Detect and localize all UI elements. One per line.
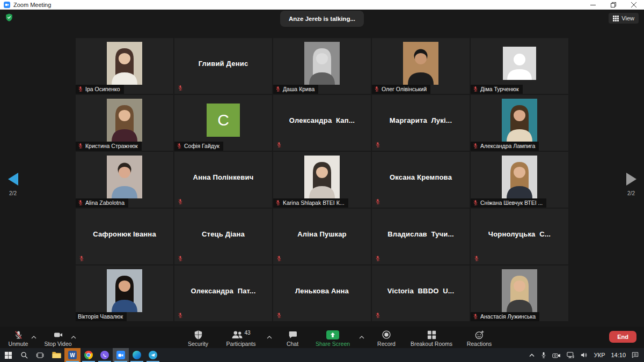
participant-tile[interactable]: Чорнолуцька С...	[471, 209, 568, 264]
participants-options-caret[interactable]	[267, 332, 272, 343]
next-page-arrow-icon[interactable]	[626, 173, 636, 186]
participant-name: Анастасія Лужинська	[480, 313, 536, 320]
participant-tile[interactable]: Александра Лампига	[471, 95, 568, 151]
share-screen-button[interactable]: Share Screen	[313, 329, 353, 347]
end-meeting-button[interactable]: End	[609, 331, 636, 343]
tray-camera-icon[interactable]	[552, 352, 561, 358]
participant-name: Владислав Тучи...	[372, 209, 470, 259]
search-icon	[20, 351, 28, 359]
chrome-app-button[interactable]	[80, 348, 97, 362]
participant-tile[interactable]: CСофія Гайдук	[174, 95, 272, 151]
breakout-rooms-icon	[427, 329, 436, 340]
unmute-button[interactable]: Unmute	[4, 329, 32, 347]
tray-network-icon[interactable]	[567, 352, 575, 358]
participant-tile[interactable]: Діма Турченюк	[471, 38, 568, 94]
participant-tile[interactable]: Гливий Денис	[174, 38, 272, 94]
muted-mic-icon	[79, 255, 84, 262]
task-view-icon	[36, 351, 45, 359]
participant-video	[403, 42, 438, 85]
start-button[interactable]	[0, 348, 16, 362]
tray-speaker-icon[interactable]	[581, 352, 588, 358]
view-button[interactable]: View	[609, 13, 639, 24]
participant-name: Ленькова Анна	[273, 265, 371, 316]
breakout-rooms-button[interactable]: Breakout Rooms	[408, 329, 455, 347]
chat-button[interactable]: Chat	[282, 329, 303, 347]
participant-name: Софія Гайдук	[184, 143, 219, 149]
edge-app-button[interactable]	[129, 348, 145, 362]
stop-video-button[interactable]: Stop Video	[44, 329, 72, 347]
close-button[interactable]	[624, 0, 644, 9]
participant-tile[interactable]: Аліна Пушкар	[273, 209, 371, 264]
participant-tile[interactable]: Маргарита Лукі...	[372, 95, 470, 151]
participant-tile[interactable]: Анастасія Лужинська	[471, 265, 568, 321]
zoom-app-button[interactable]	[113, 348, 129, 362]
letter-avatar: C	[207, 104, 240, 137]
participant-tile[interactable]: Ленькова Анна	[273, 265, 371, 321]
language-indicator[interactable]: УКР	[594, 352, 605, 358]
chrome-icon	[84, 351, 93, 359]
participant-name-label: Вікторія Чавалюк	[76, 312, 127, 321]
participant-tile[interactable]: Вікторія Чавалюк	[76, 265, 173, 321]
participant-tile[interactable]: Стець Діана	[174, 209, 272, 264]
participant-name: Оксана Кремпова	[372, 152, 470, 202]
word-app-button[interactable]: W	[64, 348, 80, 362]
tray-microphone-icon[interactable]	[541, 352, 546, 359]
hidden-icons-chevron[interactable]	[529, 353, 535, 357]
meeting-info-shield-icon[interactable]	[5, 13, 13, 21]
participant-name: Гливий Денис	[174, 38, 272, 88]
action-center-icon[interactable]	[632, 352, 639, 358]
participant-name: Анна Полінкевич	[174, 152, 272, 202]
stop-video-label: Stop Video	[44, 341, 71, 347]
participant-name: Victoria BBDO U...	[372, 265, 470, 316]
participant-tile[interactable]: Олександра Пат...	[174, 265, 272, 321]
participant-name-label: Анастасія Лужинська	[471, 312, 539, 321]
participant-tile[interactable]: Олег Олівінський	[372, 38, 470, 94]
participant-tile[interactable]: Сніжана Шевчук ВТЕІ ...	[471, 152, 568, 208]
zoom-app-icon	[4, 2, 10, 8]
task-view-button[interactable]	[32, 348, 48, 362]
page-indicator-left: 2/2	[2, 190, 24, 196]
file-explorer-button[interactable]	[48, 348, 64, 362]
participant-tile[interactable]: Кристина Стражнюк	[76, 95, 173, 151]
telegram-app-button[interactable]	[145, 348, 161, 362]
viber-app-button[interactable]	[97, 348, 113, 362]
participant-tile[interactable]: Alina Zabolotna	[76, 152, 173, 208]
participant-tile[interactable]: Даша Крива	[273, 38, 371, 94]
muted-mic-icon	[276, 312, 282, 319]
participant-tile[interactable]: Анна Полінкевич	[174, 152, 272, 208]
participant-video	[502, 99, 537, 142]
restore-button[interactable]	[603, 0, 624, 9]
unmute-label: Unmute	[9, 341, 28, 347]
previous-page-arrow-icon[interactable]	[8, 173, 18, 186]
participant-name-label: Софія Гайдук	[174, 142, 223, 151]
clock[interactable]: 14:10	[611, 352, 626, 358]
security-button[interactable]: Security	[184, 329, 212, 347]
participant-name: Вікторія Чавалюк	[78, 313, 123, 320]
participant-tile[interactable]: Victoria BBDO U...	[372, 265, 470, 321]
participant-tile[interactable]: Karina Shlapak ВТЕІ К...	[273, 152, 371, 208]
muted-mic-icon	[275, 86, 281, 92]
search-button[interactable]	[16, 348, 32, 362]
participant-tile[interactable]: Оксана Кремпова	[372, 152, 470, 208]
muted-mic-icon	[375, 312, 380, 319]
participant-name-label: Александра Лампига	[471, 142, 539, 151]
participants-count: 43	[244, 330, 250, 336]
muted-mic-icon	[177, 143, 182, 149]
participants-button[interactable]: 43 Participants	[222, 329, 260, 347]
participant-tile[interactable]: Іра Осипенко	[76, 38, 173, 94]
record-button[interactable]: Record	[374, 329, 399, 347]
muted-mic-icon	[375, 198, 380, 205]
folder-icon	[52, 351, 61, 359]
participant-tile[interactable]: Владислав Тучи...	[372, 209, 470, 264]
participant-name: Кристина Стражнюк	[85, 143, 138, 149]
participant-name: Чорнолуцька С...	[471, 209, 568, 259]
participant-tile[interactable]: Олександра Кап...	[273, 95, 371, 151]
share-options-caret[interactable]	[359, 332, 364, 343]
participant-tile[interactable]: Сафронюк Іванна	[76, 209, 173, 264]
reactions-button[interactable]: Reactions	[464, 329, 494, 347]
participant-name: Діма Турченюк	[480, 86, 519, 92]
viber-icon	[100, 351, 109, 359]
participant-name-label: Сніжана Шевчук ВТЕІ ...	[471, 198, 546, 208]
participants-icon	[231, 330, 243, 339]
minimize-button[interactable]	[583, 0, 603, 9]
